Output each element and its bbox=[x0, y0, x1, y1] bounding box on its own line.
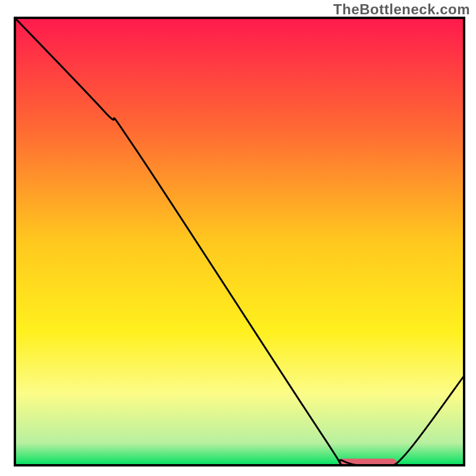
gradient-background bbox=[15, 18, 464, 465]
chart-container: TheBottleneck.com bbox=[0, 0, 476, 476]
watermark-text: TheBottleneck.com bbox=[333, 1, 470, 18]
bottleneck-chart bbox=[0, 0, 476, 476]
